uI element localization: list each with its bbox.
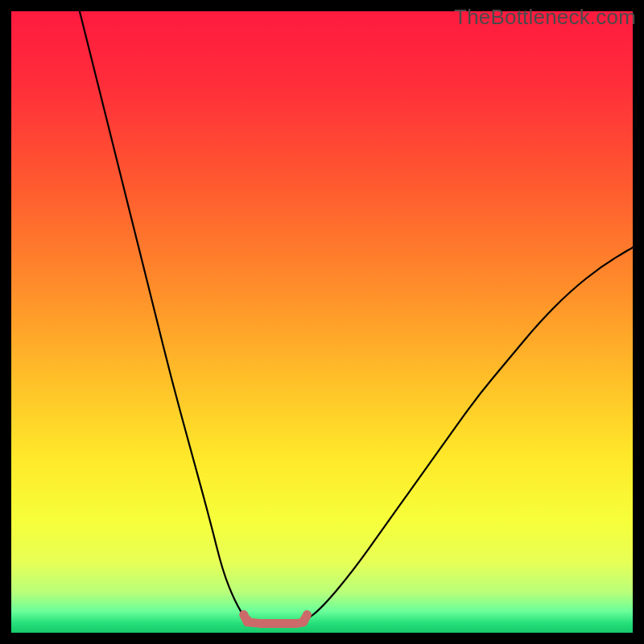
endpoint-marker [299,616,308,624]
watermark-text: TheBottleneck.com [454,5,636,30]
endpoint-marker [248,618,256,626]
bottleneck-chart [0,0,644,644]
chart-root: TheBottleneck.com [0,0,644,644]
